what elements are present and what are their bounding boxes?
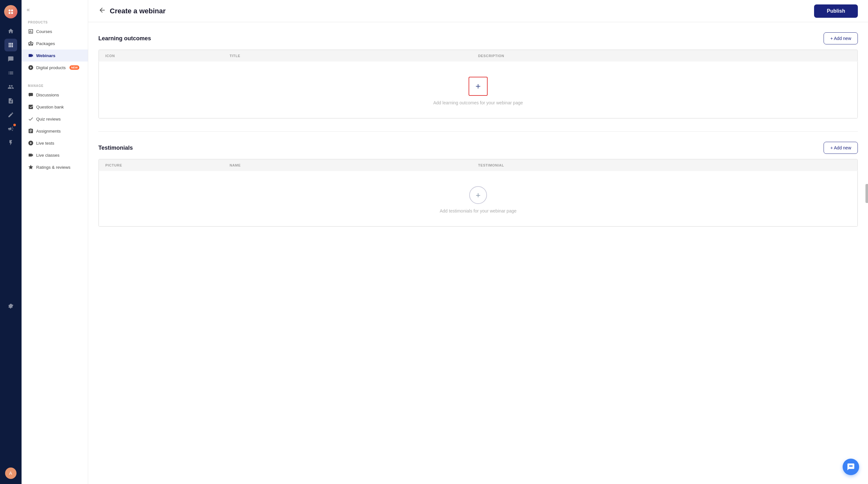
add-learning-outcome-icon-button[interactable]: + [469, 77, 488, 96]
strip-icon-users[interactable] [4, 80, 17, 93]
learning-outcomes-title: Learning outcomes [98, 35, 151, 42]
testimonials-empty-state: + Add testimonials for your webinar page [99, 171, 858, 226]
learning-outcomes-empty-state: + Add learning outcomes for your webinar… [99, 62, 858, 118]
icon-strip: A [0, 0, 22, 484]
learning-outcomes-table-header: ICON TITLE DESCRIPTION [99, 50, 858, 62]
col-testimonial: TESTIMONIAL [478, 163, 851, 167]
sidebar-item-live-classes[interactable]: Live classes [22, 149, 88, 161]
svg-point-3 [11, 12, 13, 14]
chat-support-button[interactable] [843, 459, 859, 475]
sidebar-divider [27, 76, 83, 76]
app-logo [4, 5, 18, 19]
col-icon: ICON [105, 54, 230, 58]
main-wrapper: Create a webinar Publish Learning outcom… [88, 0, 868, 484]
strip-icon-analytics[interactable] [4, 67, 17, 79]
digital-products-badge: New [69, 65, 79, 70]
svg-point-1 [11, 9, 13, 11]
strip-icon-home[interactable] [4, 25, 17, 37]
sidebar-collapse-button[interactable]: « [27, 6, 30, 13]
svg-point-2 [8, 12, 10, 14]
products-section-label: PRODUCTS [22, 15, 88, 25]
testimonials-table-header: PICTURE NAME TESTIMONIAL [99, 159, 858, 171]
content-area: Create a webinar Publish Learning outcom… [88, 0, 868, 484]
strip-icon-announcements[interactable] [4, 122, 17, 135]
sub-sidebar: « PRODUCTS Courses Packages Webinars Dig… [22, 0, 88, 484]
publish-button[interactable]: Publish [814, 4, 858, 18]
sidebar-item-packages[interactable]: Packages [22, 37, 88, 50]
strip-icon-settings[interactable] [4, 299, 17, 312]
sidebar-item-digital-products[interactable]: Digital products New [22, 62, 88, 73]
learning-outcomes-empty-text: Add learning outcomes for your webinar p… [433, 100, 523, 105]
testimonials-empty-text: Add testimonials for your webinar page [440, 208, 517, 214]
testimonials-section: Testimonials + Add new PICTURE NAME TEST… [98, 142, 858, 227]
sidebar-item-live-tests[interactable]: Live tests [22, 137, 88, 149]
scroll-handle[interactable] [865, 184, 868, 203]
sidebar-item-courses[interactable]: Courses [22, 25, 88, 37]
strip-icon-products[interactable] [4, 39, 17, 52]
sidebar-item-discussions[interactable]: Discussions [22, 89, 88, 101]
sidebar-item-quiz-reviews[interactable]: Quiz reviews [22, 113, 88, 125]
content-body: Learning outcomes + Add new ICON TITLE D… [88, 22, 868, 484]
add-learning-outcome-button[interactable]: + Add new [824, 32, 858, 44]
learning-outcomes-header: Learning outcomes + Add new [98, 32, 858, 44]
user-avatar[interactable]: A [5, 467, 17, 479]
strip-icon-documents[interactable] [4, 95, 17, 107]
section-divider [98, 131, 858, 132]
back-button[interactable] [98, 6, 106, 15]
sub-sidebar-header: « [22, 0, 88, 15]
sidebar-item-webinars[interactable]: Webinars [22, 50, 88, 62]
strip-icon-lightning[interactable] [4, 136, 17, 149]
col-name: NAME [230, 163, 478, 167]
strip-icon-chat[interactable] [4, 53, 17, 65]
sidebar-item-assignments[interactable]: Assignments [22, 125, 88, 137]
add-testimonial-button[interactable]: + Add new [824, 142, 858, 154]
sidebar-item-ratings-reviews[interactable]: Ratings & reviews [22, 161, 88, 173]
svg-point-0 [8, 9, 10, 11]
content-header: Create a webinar Publish [88, 0, 868, 22]
testimonials-title: Testimonials [98, 144, 133, 151]
manage-section-label: MANAGE [22, 79, 88, 89]
add-testimonial-icon-button[interactable]: + [469, 186, 487, 204]
strip-icon-tools[interactable] [4, 108, 17, 121]
testimonials-header: Testimonials + Add new [98, 142, 858, 154]
sidebar-item-question-bank[interactable]: Question bank [22, 101, 88, 113]
page-title: Create a webinar [110, 7, 165, 15]
col-title: TITLE [230, 54, 478, 58]
testimonials-table: PICTURE NAME TESTIMONIAL + Add testimoni… [98, 159, 858, 227]
header-left: Create a webinar [98, 6, 165, 15]
col-description: DESCRIPTION [478, 54, 851, 58]
col-picture: PICTURE [105, 163, 230, 167]
learning-outcomes-section: Learning outcomes + Add new ICON TITLE D… [98, 32, 858, 119]
announcements-badge [13, 124, 16, 126]
learning-outcomes-table: ICON TITLE DESCRIPTION + Add learning ou… [98, 50, 858, 119]
